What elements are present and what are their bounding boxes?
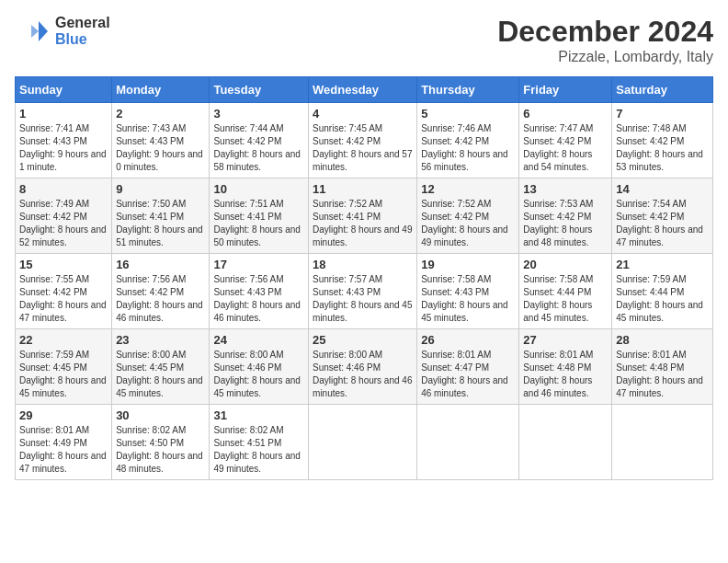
calendar-cell: 11 Sunrise: 7:52 AM Sunset: 4:41 PM Dayl… [309,178,417,254]
day-number: 21 [616,258,709,271]
calendar-week-5: 29 Sunrise: 8:01 AM Sunset: 4:49 PM Dayl… [16,405,713,480]
sunset-label: Sunset: 4:43 PM [213,287,281,297]
sunrise-label: Sunrise: 7:52 AM [421,199,491,209]
calendar-cell: 28 Sunrise: 8:01 AM Sunset: 4:48 PM Dayl… [612,329,713,405]
daylight-label: Daylight: 8 hours and 57 minutes. [313,149,412,172]
col-header-thursday: Thursday [417,77,519,103]
calendar-cell: 23 Sunrise: 8:00 AM Sunset: 4:45 PM Dayl… [112,329,210,405]
calendar-cell [612,405,713,480]
sunrise-label: Sunrise: 7:57 AM [313,274,382,284]
daylight-label: Daylight: 8 hours and 46 minutes. [313,375,412,398]
daylight-label: Daylight: 8 hours and 48 minutes. [523,224,592,247]
day-info: Sunrise: 7:58 AM Sunset: 4:44 PM Dayligh… [523,273,608,325]
svg-marker-0 [39,21,48,41]
month-title: December 2024 [497,15,713,49]
daylight-label: Daylight: 8 hours and 45 minutes. [213,375,301,398]
sunset-label: Sunset: 4:42 PM [213,136,281,146]
sunrise-label: Sunrise: 8:01 AM [19,425,89,435]
sunset-label: Sunset: 4:47 PM [421,362,489,373]
calendar-cell: 19 Sunrise: 7:58 AM Sunset: 4:43 PM Dayl… [417,254,519,329]
calendar-cell: 30 Sunrise: 8:02 AM Sunset: 4:50 PM Dayl… [112,405,210,480]
sunset-label: Sunset: 4:43 PM [19,136,87,146]
daylight-label: Daylight: 8 hours and 51 minutes. [116,224,203,247]
sunrise-label: Sunrise: 7:53 AM [523,199,593,209]
sunset-label: Sunset: 4:48 PM [616,362,684,373]
sunset-label: Sunset: 4:42 PM [421,212,489,222]
sunset-label: Sunset: 4:41 PM [116,212,184,222]
day-number: 22 [19,333,108,347]
sunrise-label: Sunrise: 7:52 AM [313,199,382,209]
sunrise-label: Sunrise: 8:01 AM [616,350,686,360]
day-info: Sunrise: 7:47 AM Sunset: 4:42 PM Dayligh… [523,122,608,174]
day-info: Sunrise: 7:53 AM Sunset: 4:42 PM Dayligh… [523,198,608,249]
day-number: 15 [19,258,108,271]
col-header-wednesday: Wednesday [309,77,417,103]
day-info: Sunrise: 8:00 AM Sunset: 4:45 PM Dayligh… [116,349,205,400]
calendar-cell: 22 Sunrise: 7:59 AM Sunset: 4:45 PM Dayl… [16,329,112,405]
day-number: 8 [19,182,108,196]
calendar-cell [417,405,519,480]
daylight-label: Daylight: 8 hours and 46 minutes. [213,300,301,323]
sunrise-label: Sunrise: 8:00 AM [213,350,283,360]
calendar-week-3: 15 Sunrise: 7:55 AM Sunset: 4:42 PM Dayl… [16,254,713,329]
title-area: December 2024 Pizzale, Lombardy, Italy [497,15,713,65]
daylight-label: Daylight: 9 hours and 1 minute. [19,149,107,172]
sunrise-label: Sunrise: 7:41 AM [19,123,89,133]
sunrise-label: Sunrise: 8:01 AM [523,350,593,360]
daylight-label: Daylight: 8 hours and 47 minutes. [616,375,703,398]
daylight-label: Daylight: 8 hours and 49 minutes. [313,224,412,247]
day-info: Sunrise: 7:46 AM Sunset: 4:42 PM Dayligh… [421,122,515,174]
calendar-cell [519,405,612,480]
day-number: 4 [313,107,413,121]
calendar-cell: 12 Sunrise: 7:52 AM Sunset: 4:42 PM Dayl… [417,178,519,254]
logo-general: General [55,15,110,30]
sunrise-label: Sunrise: 7:50 AM [116,199,186,209]
daylight-label: Daylight: 8 hours and 45 minutes. [313,300,412,323]
day-info: Sunrise: 7:57 AM Sunset: 4:43 PM Dayligh… [313,273,413,325]
sunset-label: Sunset: 4:42 PM [523,136,591,146]
daylight-label: Daylight: 8 hours and 45 minutes. [116,375,203,398]
day-info: Sunrise: 8:02 AM Sunset: 4:50 PM Dayligh… [116,424,205,476]
day-info: Sunrise: 7:44 AM Sunset: 4:42 PM Dayligh… [213,122,304,174]
sunrise-label: Sunrise: 7:54 AM [616,199,686,209]
sunset-label: Sunset: 4:51 PM [213,438,281,448]
sunrise-label: Sunrise: 8:00 AM [116,350,186,360]
calendar-cell [309,405,417,480]
day-info: Sunrise: 7:58 AM Sunset: 4:43 PM Dayligh… [421,273,515,325]
sunset-label: Sunset: 4:43 PM [313,287,381,297]
daylight-label: Daylight: 8 hours and 52 minutes. [19,224,107,247]
sunset-label: Sunset: 4:42 PM [421,136,489,146]
day-number: 14 [616,182,709,196]
col-header-friday: Friday [519,77,612,103]
calendar-cell: 4 Sunrise: 7:45 AM Sunset: 4:42 PM Dayli… [309,103,417,178]
sunset-label: Sunset: 4:44 PM [616,287,684,297]
logo-blue: Blue [55,31,87,47]
calendar-cell: 24 Sunrise: 8:00 AM Sunset: 4:46 PM Dayl… [210,329,309,405]
day-info: Sunrise: 7:52 AM Sunset: 4:42 PM Dayligh… [421,198,515,249]
day-info: Sunrise: 7:56 AM Sunset: 4:42 PM Dayligh… [116,273,205,325]
sunset-label: Sunset: 4:41 PM [313,212,381,222]
daylight-label: Daylight: 8 hours and 46 minutes. [116,300,203,323]
calendar-cell: 21 Sunrise: 7:59 AM Sunset: 4:44 PM Dayl… [612,254,713,329]
day-number: 26 [421,333,515,347]
day-info: Sunrise: 7:41 AM Sunset: 4:43 PM Dayligh… [19,122,108,174]
calendar-cell: 20 Sunrise: 7:58 AM Sunset: 4:44 PM Dayl… [519,254,612,329]
calendar-cell: 29 Sunrise: 8:01 AM Sunset: 4:49 PM Dayl… [16,405,112,480]
daylight-label: Daylight: 8 hours and 47 minutes. [19,300,107,323]
day-info: Sunrise: 8:01 AM Sunset: 4:49 PM Dayligh… [19,424,108,476]
day-info: Sunrise: 8:01 AM Sunset: 4:48 PM Dayligh… [616,349,709,400]
sunset-label: Sunset: 4:46 PM [313,362,381,373]
sunrise-label: Sunrise: 8:02 AM [116,425,186,435]
daylight-label: Daylight: 8 hours and 47 minutes. [616,224,703,247]
day-number: 29 [19,408,108,422]
calendar-cell: 5 Sunrise: 7:46 AM Sunset: 4:42 PM Dayli… [417,103,519,178]
calendar-cell: 9 Sunrise: 7:50 AM Sunset: 4:41 PM Dayli… [112,178,210,254]
day-number: 2 [116,107,205,121]
day-number: 19 [421,258,515,271]
day-number: 30 [116,408,205,422]
daylight-label: Daylight: 8 hours and 49 minutes. [213,451,301,474]
calendar-week-4: 22 Sunrise: 7:59 AM Sunset: 4:45 PM Dayl… [16,329,713,405]
day-number: 18 [313,258,413,271]
sunset-label: Sunset: 4:44 PM [523,287,591,297]
sunrise-label: Sunrise: 7:55 AM [19,274,89,284]
